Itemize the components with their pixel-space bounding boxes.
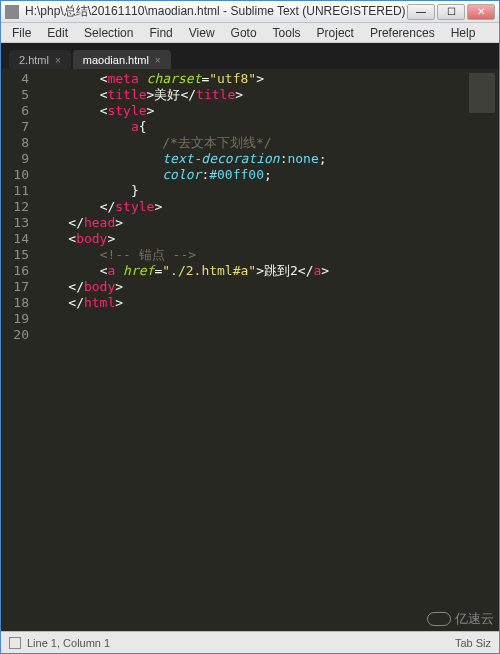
app-window: H:\php\总结\20161110\maodian.html - Sublim… <box>0 0 500 654</box>
line-number: 5 <box>1 87 37 103</box>
menu-item-goto[interactable]: Goto <box>224 24 264 42</box>
editor[interactable]: 4567891011121314151617181920 <meta chars… <box>1 69 499 631</box>
menu-item-project[interactable]: Project <box>310 24 361 42</box>
line-number: 6 <box>1 103 37 119</box>
code-line: <body> <box>37 231 465 247</box>
code-line: text-decoration:none; <box>37 151 465 167</box>
code-line <box>37 311 465 327</box>
tab-label: 2.html <box>19 54 49 66</box>
code-line: /*去文本下划线*/ <box>37 135 465 151</box>
code-line: </body> <box>37 279 465 295</box>
line-number: 4 <box>1 71 37 87</box>
line-number: 13 <box>1 215 37 231</box>
line-number: 9 <box>1 151 37 167</box>
menubar: FileEditSelectionFindViewGotoToolsProjec… <box>1 23 499 43</box>
window-title: H:\php\总结\20161110\maodian.html - Sublim… <box>25 3 407 20</box>
menu-item-selection[interactable]: Selection <box>77 24 140 42</box>
menu-item-find[interactable]: Find <box>142 24 179 42</box>
line-number: 20 <box>1 327 37 343</box>
code-line: } <box>37 183 465 199</box>
line-number: 11 <box>1 183 37 199</box>
line-number: 12 <box>1 199 37 215</box>
menu-item-help[interactable]: Help <box>444 24 483 42</box>
menu-item-preferences[interactable]: Preferences <box>363 24 442 42</box>
menu-item-file[interactable]: File <box>5 24 38 42</box>
close-icon[interactable]: × <box>55 55 61 66</box>
code-line: </style> <box>37 199 465 215</box>
tab-2-html[interactable]: 2.html× <box>9 50 71 69</box>
titlebar: H:\php\总结\20161110\maodian.html - Sublim… <box>1 1 499 23</box>
code-line: <a href="./2.html#a">跳到2</a> <box>37 263 465 279</box>
code-line: <meta charset="utf8"> <box>37 71 465 87</box>
tab-label: maodian.html <box>83 54 149 66</box>
cursor-position: Line 1, Column 1 <box>27 637 110 649</box>
minimap-viewport[interactable] <box>469 73 495 113</box>
close-icon[interactable]: × <box>155 55 161 66</box>
code-line: </head> <box>37 215 465 231</box>
line-number: 18 <box>1 295 37 311</box>
code-line: </html> <box>37 295 465 311</box>
app-icon <box>5 5 19 19</box>
line-number: 16 <box>1 263 37 279</box>
status-left[interactable]: Line 1, Column 1 <box>9 637 110 649</box>
statusbar: Line 1, Column 1 Tab Siz <box>1 631 499 653</box>
line-number: 8 <box>1 135 37 151</box>
line-number: 17 <box>1 279 37 295</box>
line-number: 10 <box>1 167 37 183</box>
code-line: <style> <box>37 103 465 119</box>
menu-item-tools[interactable]: Tools <box>266 24 308 42</box>
line-number: 15 <box>1 247 37 263</box>
status-icon <box>9 637 21 649</box>
tabbar: 2.html×maodian.html× <box>1 43 499 69</box>
code-content[interactable]: <meta charset="utf8"> <title>美好</title> … <box>37 69 465 631</box>
code-line: <!-- 锚点 --> <box>37 247 465 263</box>
line-number: 19 <box>1 311 37 327</box>
line-number: 14 <box>1 231 37 247</box>
menu-item-edit[interactable]: Edit <box>40 24 75 42</box>
code-line: a{ <box>37 119 465 135</box>
tab-size-indicator[interactable]: Tab Siz <box>455 637 491 649</box>
tab-maodian-html[interactable]: maodian.html× <box>73 50 171 69</box>
code-line: <title>美好</title> <box>37 87 465 103</box>
minimap[interactable] <box>465 69 499 631</box>
line-numbers: 4567891011121314151617181920 <box>1 69 37 631</box>
minimize-button[interactable]: — <box>407 4 435 20</box>
menu-item-view[interactable]: View <box>182 24 222 42</box>
line-number: 7 <box>1 119 37 135</box>
code-line: color:#00ff00; <box>37 167 465 183</box>
maximize-button[interactable]: ☐ <box>437 4 465 20</box>
code-line <box>37 327 465 343</box>
window-controls: — ☐ ✕ <box>407 4 495 20</box>
close-button[interactable]: ✕ <box>467 4 495 20</box>
